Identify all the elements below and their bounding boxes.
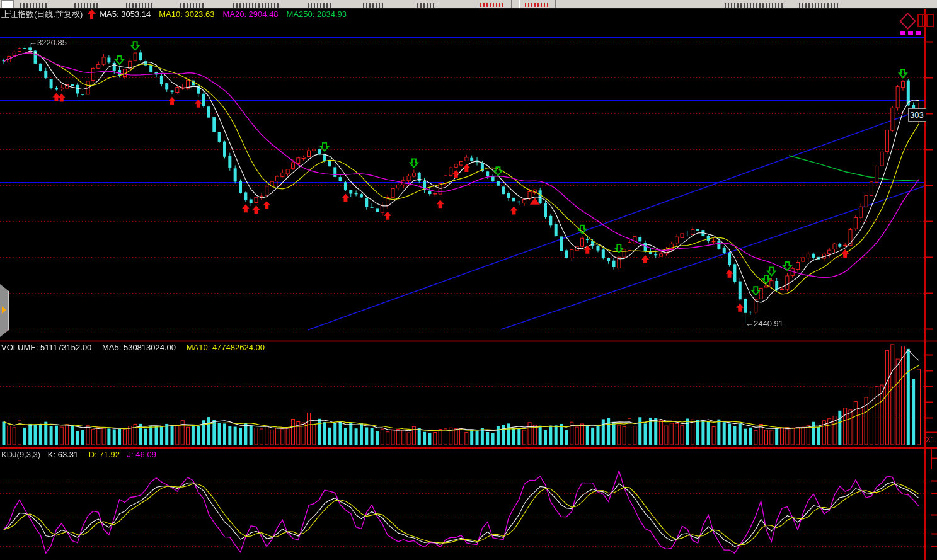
volume-ma10-value: MA10: 477482624.00 [187, 343, 265, 352]
kdj-title: KDJ(9,3,3) [1, 450, 40, 459]
low-price-annotation: ←2440.91 [745, 318, 783, 329]
chart-canvas[interactable] [0, 0, 937, 560]
sidebar-expand-handle[interactable] [0, 284, 9, 337]
menu-item[interactable] [20, 3, 49, 8]
menu-item[interactable] [180, 3, 205, 8]
status-text [799, 3, 839, 8]
symbol-title: 上证指数(日线.前复权) [1, 9, 83, 20]
ma20-value: MA20: 2904.48 [222, 9, 278, 20]
kdj-k-value: K: 63.31 [48, 450, 78, 459]
kdj-d-value: D: 71.92 [89, 450, 120, 459]
up-arrow-icon [88, 9, 96, 19]
last-price-tag: 303 [908, 108, 926, 122]
app-icon [1, 0, 14, 8]
volume-ma5-value: MA5: 530813024.00 [102, 343, 176, 352]
volume-multiplier-label: X1 [926, 435, 935, 445]
grid-layout-icon[interactable] [917, 14, 934, 27]
menu-item[interactable] [74, 3, 100, 8]
charting-app-window: 上证指数(日线.前复权) MA5: 3053.14 MA10: 3023.63 … [0, 0, 937, 560]
menu-item[interactable] [126, 3, 154, 8]
top-toolbar [0, 0, 937, 9]
menu-item[interactable] [308, 3, 333, 8]
volume-value: VOLUME: 511173152.00 [1, 343, 91, 352]
ma250-value: MA250: 2834.93 [287, 9, 347, 20]
main-chart-header: 上证指数(日线.前复权) MA5: 3053.14 MA10: 3023.63 … [1, 9, 347, 20]
menu-item[interactable] [363, 3, 384, 8]
high-price-annotation: ←3220.85 [29, 37, 67, 48]
expand-arrow-icon [2, 306, 6, 314]
trade-button[interactable] [474, 0, 512, 8]
ma5-value: MA5: 3053.14 [100, 9, 151, 20]
ma10-value: MA10: 3023.63 [159, 9, 214, 20]
more-tools-icon[interactable] [900, 31, 921, 35]
menu-item[interactable] [233, 3, 280, 8]
menu-item[interactable] [417, 3, 436, 8]
volume-header: VOLUME: 511173152.00 MA5: 530813024.00 M… [1, 342, 265, 353]
kdj-j-value: J: 46.09 [127, 450, 156, 459]
order-button[interactable] [519, 0, 556, 8]
status-text [725, 3, 785, 8]
kdj-header: KDJ(9,3,3) K: 63.31 D: 71.92 J: 46.09 [1, 449, 156, 460]
